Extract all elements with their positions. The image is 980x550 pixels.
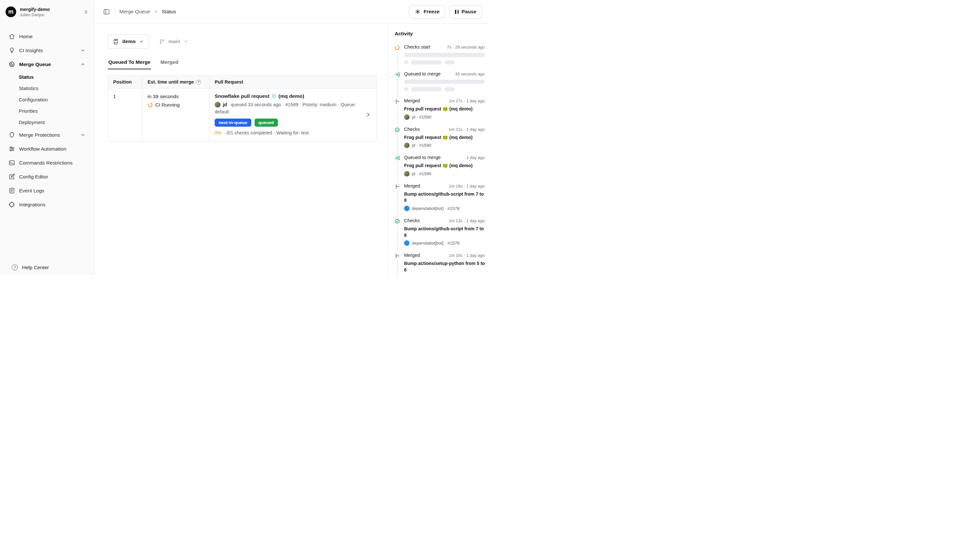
pause-button[interactable]: Pause	[449, 5, 482, 19]
sidebar-item-label: Home	[19, 34, 32, 40]
activity-pr-title[interactable]: Bump actions/setup-python from 5 to 6	[404, 260, 485, 273]
activity-item[interactable]: Checks 1m 21s · 1 day ago Frog pull requ…	[395, 127, 485, 148]
activity-author: dependabot[bot] · #1578	[412, 241, 460, 246]
pr-meta-line: jd· queued 33 seconds ago · #1589 · Prio…	[215, 101, 362, 116]
queued-to-merge-icon	[395, 155, 400, 161]
activity-type-icon	[395, 154, 400, 162]
activity-item[interactable]: Merged 1m 27s · 1 day ago Frog pull requ…	[395, 98, 485, 120]
repo-icon	[113, 38, 119, 45]
activity-skeleton	[404, 80, 485, 91]
activity-type-icon	[395, 44, 400, 51]
pencil-square-icon	[8, 173, 15, 180]
sidebar-item-configuration[interactable]: Configuration	[5, 94, 89, 105]
branch-name: main	[168, 38, 180, 44]
divider	[115, 8, 115, 15]
activity-author-row: dependabot[bot] · #1578	[404, 206, 485, 211]
freeze-button[interactable]: Freeze	[409, 5, 445, 19]
org-text: mergify-demo Julien Danjou	[20, 7, 50, 17]
position-cell: 1	[108, 89, 142, 141]
spinner-icon	[148, 102, 153, 108]
breadcrumb: Merge Queue Status	[119, 9, 176, 14]
git-merge-icon	[395, 99, 400, 104]
sidebar-item-label: Event Logs	[19, 188, 45, 194]
help-icon: ?	[12, 264, 18, 271]
chevron-right-icon	[153, 9, 159, 14]
queued-to-merge-icon	[395, 72, 400, 77]
activity-event-title: Merged	[404, 253, 420, 258]
activity-pr-title[interactable]: Frog pull request 🐸 (mq demo)	[404, 135, 485, 141]
activity-event-title: Checks start	[404, 44, 430, 49]
queue-table: Position Est. time until merge ? Pull Re…	[108, 76, 377, 141]
shield-icon	[8, 132, 15, 138]
activity-body: Merged 1m 27s · 1 day ago Frog pull requ…	[404, 98, 485, 120]
sidebar-item-commands-restrictions[interactable]: Commands Restrictions	[5, 156, 89, 170]
activity-time: 1m 15s · 1 day ago	[449, 253, 485, 258]
tab-queued-to-merge[interactable]: Queued To Merge	[108, 57, 151, 69]
queue-row[interactable]: 1 in 39 seconds CI Running Snowflake pul…	[108, 89, 377, 141]
activity-item[interactable]: Checks 1m 13s · 1 day ago Bump actions/g…	[395, 218, 485, 246]
content-row: demo main Queued To Merge Merged Po	[94, 24, 490, 275]
skeleton-avatar	[404, 60, 408, 65]
sidebar-item-config-editor[interactable]: Config Editor	[5, 170, 89, 184]
skeleton-bar	[404, 80, 485, 84]
checks-progress: 0%	[215, 130, 221, 135]
org-user: Julien Danjou	[20, 13, 50, 17]
activity-author-avatar	[404, 143, 410, 148]
branch-selector[interactable]: main	[154, 34, 194, 49]
skeleton-bar	[404, 53, 485, 57]
sidebar-item-label: Merge Protections	[19, 132, 60, 138]
org-switcher[interactable]: m mergify-demo Julien Danjou	[0, 4, 94, 20]
sidebar-item-workflow-automation[interactable]: Workflow Automation	[5, 142, 89, 156]
check-circle-icon	[395, 127, 400, 133]
activity-author: jd · #1590	[412, 171, 431, 176]
sidebar-item-integrations[interactable]: Integrations	[5, 198, 89, 211]
activity-time: 1m 21s · 1 day ago	[449, 127, 485, 132]
breadcrumb-merge-queue[interactable]: Merge Queue	[119, 9, 150, 14]
sidebar-item-ci-insights[interactable]: CI Insights	[5, 43, 89, 57]
sidebar-nav: Home CI Insights Merge Queue Status Stat…	[0, 30, 94, 211]
activity-item[interactable]: Merged 1m 19s · 1 day ago Bump actions/g…	[395, 183, 485, 211]
help-center-label: Help Center	[22, 265, 49, 271]
activity-head: Checks 1m 13s · 1 day ago	[404, 218, 485, 223]
sidebar-toggle-icon[interactable]	[103, 8, 110, 15]
sidebar-item-home[interactable]: Home	[5, 30, 89, 43]
sidebar-item-event-logs[interactable]: Event Logs	[5, 184, 89, 198]
app: m mergify-demo Julien Danjou Home CI Ins…	[0, 0, 490, 275]
activity-entry: Bump actions/github-script from 7 to 8 d…	[404, 226, 485, 246]
repo-selector[interactable]: demo	[108, 34, 149, 49]
activity-item[interactable]: Queued to merge 1 day ago Frog pull requ…	[395, 155, 485, 176]
question-circle-icon[interactable]: ?	[196, 80, 201, 84]
header-pull-request: Pull Request	[209, 76, 377, 88]
activity-time: 1m 13s · 1 day ago	[449, 218, 485, 223]
chevron-right-icon[interactable]	[365, 112, 371, 118]
pr-badges: next-in-queue queued	[215, 119, 362, 127]
sidebar-item-deployment[interactable]: Deployment	[5, 117, 89, 128]
git-merge-icon	[395, 184, 400, 189]
tab-merged[interactable]: Merged	[160, 57, 179, 69]
activity-pr-title[interactable]: Bump actions/github-script from 7 to 8	[404, 226, 485, 238]
activity-item[interactable]: Merged 1m 15s · 1 day ago Bump actions/s…	[395, 253, 485, 275]
sidebar-item-label: Workflow Automation	[19, 146, 66, 152]
topbar: Merge Queue Status Freeze Pause	[94, 0, 490, 24]
activity-head: Merged 1m 27s · 1 day ago	[404, 98, 485, 103]
sidebar-item-status[interactable]: Status	[5, 71, 89, 82]
chevron-down-icon	[183, 39, 189, 44]
sidebar-item-statistics[interactable]: Statistics	[5, 82, 89, 94]
activity-entry: Frog pull request 🐸 (mq demo) jd · #1590	[404, 106, 485, 120]
sidebar-item-merge-protections[interactable]: Merge Protections	[5, 128, 89, 142]
activity-pr-title[interactable]: Bump actions/github-script from 7 to 8	[404, 191, 485, 204]
sidebar-item-label: CI Insights	[19, 48, 43, 54]
activity-pr-title[interactable]: Frog pull request 🐸 (mq demo)	[404, 163, 485, 169]
activity-pr-title[interactable]: Frog pull request 🐸 (mq demo)	[404, 106, 485, 113]
activity-item[interactable]: Queued to merge 35 seconds ago	[395, 71, 485, 91]
sidebar-item-label: Commands Restrictions	[19, 160, 73, 166]
activity-body: Checks 1m 13s · 1 day ago Bump actions/g…	[404, 218, 485, 246]
sidebar-item-merge-queue[interactable]: Merge Queue	[5, 57, 89, 71]
activity-type-icon	[395, 98, 400, 105]
activity-body: Queued to merge 1 day ago Frog pull requ…	[404, 155, 485, 176]
sidebar-item-priorities[interactable]: Priorities	[5, 105, 89, 117]
help-center[interactable]: ? Help Center	[12, 264, 49, 271]
pr-title[interactable]: Snowflake pull request ❄️ (mq demo)	[215, 93, 362, 99]
activity-item[interactable]: Checks start 7s · 29 seconds ago	[395, 44, 485, 65]
activity-author: jd · #1590	[412, 143, 431, 148]
